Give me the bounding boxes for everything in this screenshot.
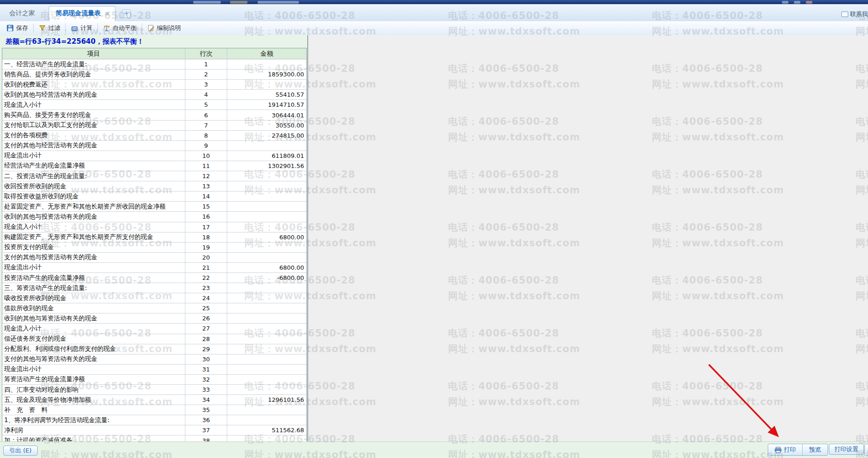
cell-amount[interactable] [227,181,306,191]
cell-amount[interactable] [227,435,306,442]
export-button[interactable]: 引出 (E) [3,446,38,456]
minimize-icon[interactable] [782,1,788,4]
table-row[interactable]: 三、筹资活动产生的现金流量: 23 [2,283,306,293]
cell-amount[interactable] [227,303,306,313]
table-row[interactable]: 投资所支付的现金 19 [2,243,306,253]
table-row[interactable]: 经营活动产生的现金流量净额 11 1302901.56 [2,161,306,171]
cell-amount[interactable] [227,202,306,212]
print-settings-button[interactable]: 打印设置 [829,444,864,455]
cell-amount[interactable] [227,375,306,385]
cell-amount[interactable]: 1914710.57 [227,100,306,110]
cell-amount[interactable] [227,59,306,70]
tab-close-icon[interactable]: × [105,11,110,17]
cell-line: 25 [185,303,227,313]
cell-amount[interactable]: 1296101.56 [227,395,306,405]
cell-amount[interactable] [227,324,306,334]
maximize-icon[interactable] [794,1,800,4]
cell-amount[interactable] [227,212,306,222]
cell-amount[interactable]: -6800.00 [227,273,306,283]
cell-amount[interactable] [227,283,306,293]
cell-amount[interactable] [227,141,306,151]
cell-amount[interactable] [227,385,306,395]
cell-amount[interactable] [227,354,306,365]
tab-cashflow-statement[interactable]: 简易现金流量表 × [49,6,115,21]
close-icon[interactable] [806,1,812,4]
save-button[interactable]: 保存 [2,23,32,34]
contact-us-link[interactable]: 联系我们 [841,10,868,18]
cell-amount[interactable]: 1859300.00 [227,70,306,80]
table-row[interactable]: 净利润 37 511562.68 [2,425,306,435]
cell-amount[interactable]: 55410.57 [227,90,306,100]
table-row[interactable]: 现金流入小计 5 1914710.57 [2,100,306,110]
table-row[interactable]: 处置固定资产、无形资产和其他长期资产所收回的现金净额 15 [2,202,306,212]
table-row[interactable]: 补 充 资 料 35 [2,405,306,415]
table-row[interactable]: 销售商品、提供劳务收到的现金 2 1859300.00 [2,70,306,80]
table-row[interactable]: 吸收投资所收到的现金 24 [2,293,306,303]
table-row[interactable]: 现金流出小计 21 6800.00 [2,263,306,273]
cell-amount[interactable]: 1302901.56 [227,161,306,171]
cell-amount[interactable] [227,171,306,181]
cell-amount[interactable] [227,80,306,90]
cell-amount[interactable] [227,191,306,202]
table-row[interactable]: 投资活动产生的现金流量净额 22 -6800.00 [2,273,306,283]
table-row[interactable]: 取得投资收益所收到的现金 14 [2,191,306,202]
table-row[interactable]: 加：计提的资产减值准备 38 [2,435,306,442]
cell-amount[interactable]: 611809.01 [227,151,306,161]
table-row[interactable]: 偿还债务所支付的现金 28 [2,334,306,344]
new-tab-button[interactable]: + [122,9,131,18]
table-row[interactable]: 收回投资所收到的现金 13 [2,181,306,191]
cell-amount[interactable]: 6800.00 [227,263,306,273]
table-row[interactable]: 一、经营活动产生的现金流量: 1 [2,59,306,70]
titlebar-decoration [258,1,299,4]
cell-amount[interactable]: 306444.01 [227,110,306,120]
auto-balance-button[interactable]: 自动平衡 [99,23,141,34]
table-row[interactable]: 支付的其他与筹资活动有关的现金 30 [2,354,306,365]
cell-line: 14 [185,191,227,202]
clipped-button-edge[interactable] [864,444,868,456]
cell-amount[interactable] [227,405,306,415]
table-row[interactable]: 支付给职工以及为职工支付的现金 7 30550.00 [2,121,306,131]
table-row[interactable]: 筹资活动产生的现金流量净额 32 [2,375,306,385]
compilation-notes-button[interactable]: 编制说明 [143,23,185,34]
table-row[interactable]: 分配股利、利润或偿付利息所支付的现金 29 [2,344,306,354]
table-row[interactable]: 收到的其他与筹资活动有关的现金 26 [2,313,306,324]
table-row[interactable]: 借款所收到的现金 25 [2,303,306,313]
table-row[interactable]: 支付的其他与投资活动有关的现金 20 [2,253,306,263]
cell-amount[interactable] [227,334,306,344]
table-row[interactable]: 支付的各项税费 8 274815.00 [2,131,306,141]
table-row[interactable]: 1、将净利润调节为经营活动现金流量: 36 [2,415,306,425]
cell-amount[interactable] [227,365,306,375]
cell-line: 33 [185,385,227,395]
cashflow-table: 项目 行次 金额 一、经营活动产生的现金流量: 1 销售商品、提供劳务收到的现金… [2,48,307,442]
cell-amount[interactable] [227,222,306,232]
table-row[interactable]: 现金流入小计 27 [2,324,306,334]
preview-button[interactable]: 预览 [803,444,828,455]
cell-amount[interactable] [227,253,306,263]
cell-amount[interactable] [227,344,306,354]
table-row[interactable]: 收到的其他与投资活动有关的现金 16 [2,212,306,222]
table-row[interactable]: 收到的其他与经营活动有关的现金 4 55410.57 [2,90,306,100]
table-row[interactable]: 四、汇率变动对现金的影响 33 [2,385,306,395]
table-row[interactable]: 购买商品、接受劳务支付的现金 6 306444.01 [2,110,306,120]
table-row[interactable]: 现金流出小计 10 611809.01 [2,151,306,161]
cell-amount[interactable]: 511562.68 [227,425,306,435]
cell-amount[interactable]: 6800.00 [227,232,306,243]
cell-amount[interactable] [227,415,306,425]
table-row[interactable]: 收到的税费返还 3 [2,80,306,90]
table-row[interactable]: 二、投资活动产生的现金流量: 12 [2,171,306,181]
table-row[interactable]: 支付的其他与经营活动有关的现金 9 [2,141,306,151]
table-row[interactable]: 现金流入小计 17 [2,222,306,232]
table-row[interactable]: 现金流出小计 31 [2,365,306,375]
cell-amount[interactable] [227,243,306,253]
cell-amount[interactable] [227,313,306,324]
tab-accounting-home[interactable]: 会计之家 [0,6,44,21]
print-button[interactable]: 打印 [768,444,802,455]
filter-button[interactable]: 过滤 [34,23,64,34]
table-row[interactable]: 五、现金及现金等价物净增加额 34 1296101.56 [2,395,306,405]
cell-amount[interactable] [227,293,306,303]
cell-amount[interactable]: 274815.00 [227,131,306,141]
cell-amount[interactable]: 30550.00 [227,121,306,131]
calculate-button[interactable]: 计算 [67,23,97,34]
cell-line: 20 [185,253,227,263]
table-row[interactable]: 购建固定资产、无形资产和其他长期资产所支付的现金 18 6800.00 [2,232,306,243]
